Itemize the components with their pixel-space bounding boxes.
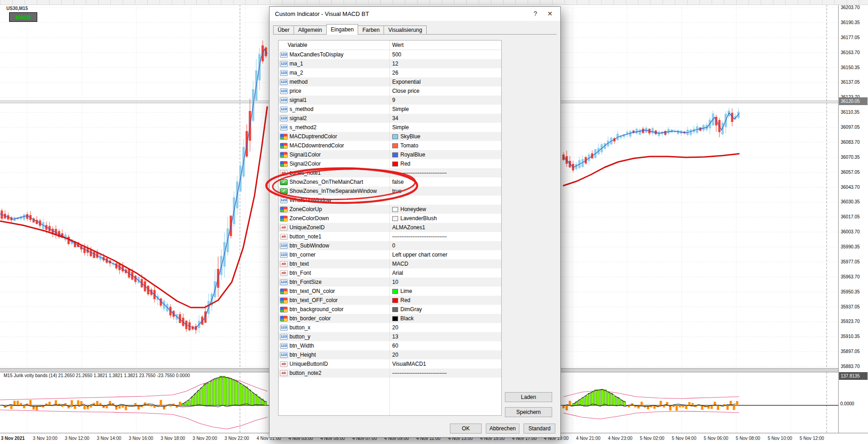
parameter-row[interactable]: 123btn_SubWindow0 <box>279 241 501 250</box>
parameter-name: btn_FontSize <box>289 279 322 285</box>
parameter-row[interactable]: 123signal19 <box>279 96 501 105</box>
parameter-row[interactable]: Signal1ColorRoyalBlue <box>279 150 501 159</box>
parameter-row[interactable]: 123btn_Height20 <box>279 350 501 359</box>
parameter-row[interactable]: 123priceClose price <box>279 86 501 96</box>
tab-farben[interactable]: Farben <box>358 25 384 34</box>
parameter-row[interactable]: abbutton_note1--------------------------… <box>279 232 501 241</box>
color-swatch <box>392 161 398 166</box>
ok-button[interactable]: OK <box>450 424 482 434</box>
price-scale-label: 36177.05 <box>841 35 860 40</box>
load-button[interactable]: Laden <box>505 392 552 402</box>
parameter-row[interactable]: ✓ShowZones_OnTheMainChartfalse <box>279 177 501 187</box>
parameter-row[interactable]: 123signal234 <box>279 114 501 123</box>
tab-allgemein[interactable]: Allgemein <box>294 25 327 34</box>
parameter-row[interactable]: 123btn_cornerLeft upper chart corner <box>279 250 501 259</box>
dialog-tabs: ÜberAllgemeinEingabenFarbenVisualisierun… <box>273 24 557 35</box>
parameter-row[interactable]: ZoneColorUpHoneydew <box>279 205 501 214</box>
current-price-tag: 36120.05 <box>839 97 868 105</box>
color-swatch <box>392 298 398 303</box>
custom-indicator-dialog: Custom Indicator - Visual MACD BT ? ✕ Üb… <box>269 6 561 438</box>
enum-type-icon: 123 <box>280 88 288 94</box>
parameter-row[interactable]: MACDuptrendColorSkyBlue <box>279 132 501 141</box>
color-type-icon <box>280 143 288 149</box>
help-button[interactable]: ? <box>530 10 540 17</box>
parameter-value: ------------------------------ <box>392 170 447 176</box>
parameter-row[interactable]: btn_background_colorDimGray <box>279 305 501 314</box>
parameter-name: WhatSubWindow <box>289 197 331 203</box>
parameter-row[interactable]: 123methodExponential <box>279 77 501 86</box>
parameter-name: btn_text <box>289 261 309 267</box>
parameter-row[interactable]: 123WhatSubWindow <box>279 196 501 205</box>
time-axis-label: 3 Nov 12:00 <box>65 436 90 441</box>
parameter-row[interactable]: abbtn_textMACD <box>279 259 501 268</box>
parameter-row[interactable]: ✓ShowZones_InTheSeparateWindowtrue <box>279 187 501 196</box>
parameter-row[interactable]: 123MaxCandlesToDisplay500 <box>279 50 501 59</box>
time-axis-label: 5 Nov 02:00 <box>640 436 664 441</box>
parameter-name: button_note2 <box>289 370 321 376</box>
close-icon[interactable]: ✕ <box>545 10 555 17</box>
parameter-value: RoyalBlue <box>392 151 425 158</box>
int-type-icon: 123 <box>280 279 288 285</box>
color-type-icon <box>280 288 288 294</box>
parameter-row[interactable]: abUniqueZoneIDALMAZones1 <box>279 223 501 232</box>
parameter-row[interactable]: Signal2ColorRed <box>279 159 501 168</box>
parameter-row[interactable]: abbutton_note2--------------------------… <box>279 368 501 378</box>
price-scale-label: 36070.35 <box>841 155 860 160</box>
price-axis[interactable]: 36203.7036190.3536177.0536163.7036150.35… <box>838 0 868 433</box>
parameter-name: MACDdowntrendColor <box>289 142 344 149</box>
tab-eingaben[interactable]: Eingaben <box>326 24 359 35</box>
parameter-name: price <box>289 88 301 94</box>
price-scale-label: 35923.70 <box>841 319 860 324</box>
parameter-name: ma_2 <box>289 70 303 76</box>
parameter-row[interactable]: btn_text_OFF_colorRed <box>279 296 501 305</box>
price-scale-label: 35897.05 <box>841 349 860 354</box>
parameter-row[interactable]: 123s_method2Simple <box>279 123 501 132</box>
price-scale-label: 36083.70 <box>841 140 860 145</box>
parameter-name: button_x <box>289 324 310 331</box>
parameter-row[interactable]: abUniqueButtonIDVisualMACD1 <box>279 359 501 368</box>
cancel-button[interactable]: Abbrechen <box>486 424 519 434</box>
dialog-title-bar[interactable]: Custom Indicator - Visual MACD BT ? ✕ <box>269 7 560 21</box>
reset-button[interactable]: Standard <box>524 424 555 434</box>
parameter-value: 20 <box>392 324 398 331</box>
parameter-row[interactable]: 123ma_112 <box>279 59 501 68</box>
color-swatch <box>392 207 398 212</box>
parameter-row[interactable]: abbtn_FontArial <box>279 268 501 278</box>
int-type-icon: 123 <box>280 325 288 331</box>
parameter-row[interactable]: 123s_methodSimple <box>279 105 501 114</box>
parameter-value: 20 <box>392 352 398 358</box>
parameter-value: false <box>392 179 404 185</box>
chart-symbol-label: US30,M15 <box>6 6 28 11</box>
macd-toggle-button[interactable]: MACD <box>9 12 37 22</box>
tab-visualisierung[interactable]: Visualisierung <box>384 25 427 34</box>
time-axis-label: 5 Nov 08:00 <box>736 436 760 441</box>
parameter-row[interactable]: 123ma_226 <box>279 68 501 77</box>
color-type-icon <box>280 298 288 303</box>
save-button[interactable]: Speichern <box>505 407 552 417</box>
int-type-icon: 123 <box>280 116 288 121</box>
parameter-value: true <box>392 188 402 194</box>
parameter-row[interactable]: 123button_y13 <box>279 332 501 341</box>
color-swatch <box>392 216 398 221</box>
parameter-row[interactable]: MACDdowntrendColorTomato <box>279 141 501 150</box>
parameter-name: btn_text_OFF_color <box>289 297 338 303</box>
parameter-value: Exponential <box>392 79 421 85</box>
parameter-name: button_note1 <box>289 233 321 240</box>
parameter-row[interactable]: btn_border_colorBlack <box>279 314 501 323</box>
parameter-name: UniqueButtonID <box>289 361 328 367</box>
int-type-icon: 123 <box>280 334 288 340</box>
parameter-name: signal2 <box>289 115 307 121</box>
parameter-row[interactable]: 123btn_Width60 <box>279 341 501 350</box>
parameter-value: 0 <box>392 242 395 249</box>
parameter-row[interactable]: 123btn_FontSize10 <box>279 278 501 287</box>
str-type-icon: ab <box>280 261 288 267</box>
parameter-value: Red <box>392 161 410 167</box>
parameter-row[interactable]: 123button_x20 <box>279 323 501 332</box>
parameter-row[interactable]: ZoneColorDownLavenderBlush <box>279 214 501 223</box>
parameter-value: ALMAZones1 <box>392 224 425 231</box>
parameter-row[interactable]: btn_text_ON_colorLime <box>279 287 501 296</box>
table-header: Variable Wert <box>279 40 501 50</box>
parameter-value: 26 <box>392 70 398 76</box>
parameter-row[interactable]: abzones_note1---------------------------… <box>279 168 501 177</box>
tab-über[interactable]: Über <box>273 25 294 34</box>
